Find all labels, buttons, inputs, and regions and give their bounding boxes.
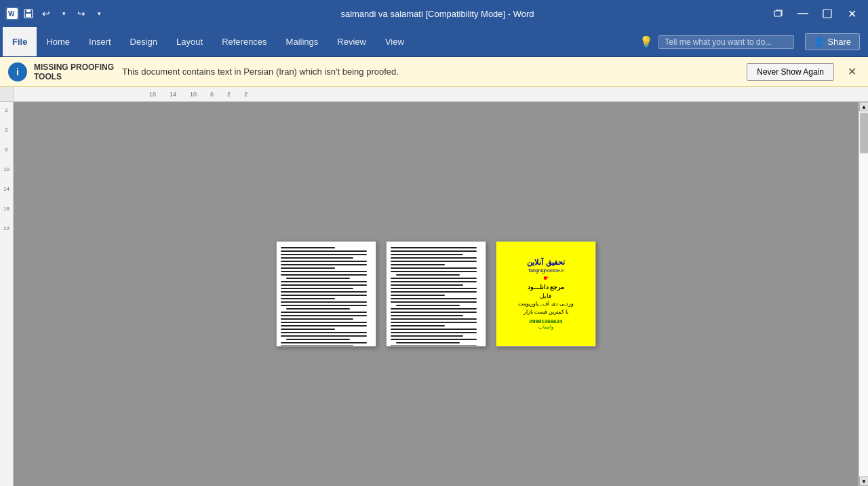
scroll-down-button[interactable]: ▼ bbox=[859, 476, 868, 486]
maximize-button[interactable] bbox=[816, 3, 838, 24]
page-2-content bbox=[387, 242, 486, 347]
title-bar: W ↩ ▾ ↪ ▾ salmandi va salamati [Compatib… bbox=[0, 0, 868, 27]
info-message: This document contains text in Persian (… bbox=[122, 67, 740, 77]
ribbon: File Home Insert Design Layout Reference… bbox=[0, 27, 868, 57]
ad-title: تحقیق آنلاین bbox=[527, 258, 564, 267]
tab-mailings[interactable]: Mailings bbox=[277, 27, 328, 56]
ad-contact: واتساپ bbox=[538, 324, 553, 330]
minimize-button[interactable] bbox=[792, 3, 814, 24]
vertical-ruler: 2 2 6 10 14 18 22 bbox=[0, 102, 14, 486]
scroll-track[interactable] bbox=[859, 111, 868, 476]
ad-line1: مرجع دانلـــود bbox=[518, 283, 574, 292]
info-bar: i MISSING PROOFING TOOLS This document c… bbox=[0, 57, 868, 87]
page-1-content bbox=[277, 242, 376, 347]
scroll-up-button[interactable]: ▲ bbox=[859, 102, 868, 111]
lightbulb-icon: 💡 bbox=[639, 35, 653, 48]
page-1[interactable] bbox=[276, 241, 376, 347]
undo-button[interactable]: ↩ bbox=[38, 5, 54, 22]
page-3[interactable]: تحقیق آنلاین Tahghighonline.ir ☛ مرجع دا… bbox=[496, 241, 596, 347]
ruler-numbers: 18 14 10 6 2 2 bbox=[14, 91, 868, 98]
horizontal-ruler: 18 14 10 6 2 2 bbox=[0, 87, 868, 102]
svg-rect-4 bbox=[26, 14, 31, 17]
info-close-button[interactable]: ✕ bbox=[844, 64, 860, 80]
info-title: MISSING PROOFING TOOLS bbox=[34, 62, 115, 81]
ad-line2: فایل bbox=[518, 292, 574, 301]
scroll-thumb[interactable] bbox=[860, 113, 868, 153]
save-button[interactable] bbox=[20, 5, 37, 22]
ad-line4: با کمترین قیمت بازار bbox=[518, 308, 574, 316]
person-icon: 👤 bbox=[814, 37, 825, 47]
word-icon: W bbox=[5, 7, 19, 20]
ad-arrow: ☛ bbox=[543, 274, 549, 282]
ribbon-search-area: 💡 bbox=[639, 27, 800, 56]
vertical-ruler-numbers: 2 2 6 10 14 18 22 bbox=[0, 102, 13, 231]
svg-text:W: W bbox=[8, 10, 15, 18]
title-bar-left: W ↩ ▾ ↪ ▾ bbox=[5, 5, 107, 22]
window-controls: ✕ bbox=[768, 3, 863, 24]
document-title: salmandi va salamati [Compatibility Mode… bbox=[107, 9, 768, 19]
never-show-again-button[interactable]: Never Show Again bbox=[747, 63, 834, 81]
quick-access-toolbar: W ↩ ▾ ↪ ▾ bbox=[5, 5, 107, 22]
svg-rect-5 bbox=[774, 11, 781, 16]
tab-layout[interactable]: Layout bbox=[167, 27, 212, 56]
search-input[interactable] bbox=[658, 35, 794, 49]
tab-insert[interactable]: Insert bbox=[79, 27, 121, 56]
svg-rect-7 bbox=[823, 10, 831, 18]
ruler-main: 18 14 10 6 2 2 bbox=[14, 91, 868, 98]
tab-file[interactable]: File bbox=[3, 27, 37, 56]
page-2[interactable] bbox=[386, 241, 486, 347]
svg-rect-3 bbox=[26, 10, 31, 12]
ad-phone: 09981366624 bbox=[530, 318, 563, 324]
tab-home[interactable]: Home bbox=[37, 27, 79, 56]
ad-line3: وردـی دی اف ـ پاورپوینت bbox=[518, 300, 574, 307]
main-area: 2 2 6 10 14 18 22 bbox=[0, 102, 868, 486]
document-area: تحقیق آنلاین Tahghighonline.ir ☛ مرجع دا… bbox=[14, 102, 859, 486]
tab-view[interactable]: View bbox=[376, 27, 414, 56]
tab-design[interactable]: Design bbox=[121, 27, 167, 56]
tab-review[interactable]: Review bbox=[328, 27, 376, 56]
ad-url: Tahghighonline.ir bbox=[528, 268, 564, 273]
page-3-ad: تحقیق آنلاین Tahghighonline.ir ☛ مرجع دا… bbox=[496, 242, 595, 346]
restore-button[interactable] bbox=[768, 3, 789, 24]
ruler-corner bbox=[0, 87, 14, 101]
close-button[interactable]: ✕ bbox=[841, 3, 863, 24]
undo-dropdown[interactable]: ▾ bbox=[56, 5, 72, 22]
tab-references[interactable]: References bbox=[212, 27, 276, 56]
redo-button[interactable]: ↪ bbox=[73, 5, 90, 22]
customize-qa[interactable]: ▾ bbox=[91, 5, 107, 22]
info-icon: i bbox=[8, 62, 27, 81]
pages-row: تحقیق آنلاین Tahghighonline.ir ☛ مرجع دا… bbox=[276, 241, 596, 347]
vertical-scrollbar[interactable]: ▲ ▼ bbox=[859, 102, 868, 486]
share-button[interactable]: 👤 Share bbox=[805, 33, 860, 50]
